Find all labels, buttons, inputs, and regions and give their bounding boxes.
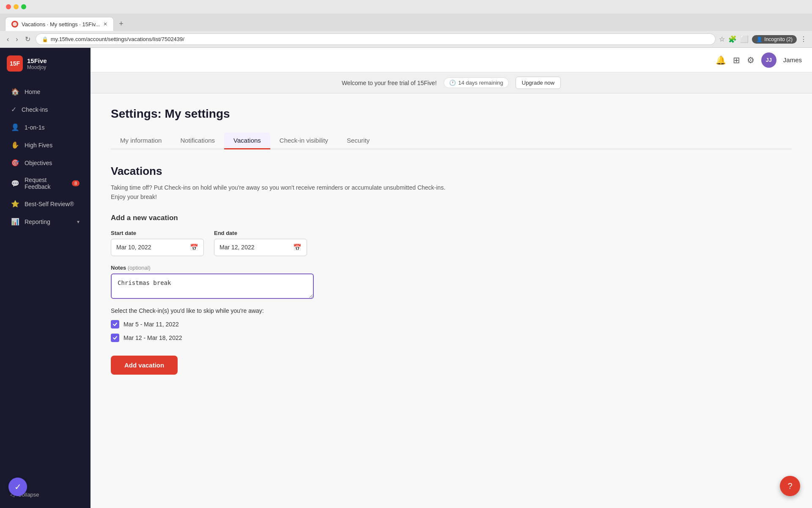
check-widget[interactable]: ✓ [8,478,27,496]
add-vacation-form-title: Add a new vacation [111,214,792,222]
sidebar-logo: 15F 15Five Moodjoy [0,48,91,79]
notification-bell-icon[interactable]: 🔔 [716,55,726,65]
trial-days-badge: 🕐 14 days remaining [444,77,509,88]
add-vacation-button[interactable]: Add vacation [111,356,178,375]
sidebar-item-home[interactable]: 🏠 Home [3,83,87,100]
checkin-item-2: Mar 12 - Mar 18, 2022 [111,334,792,342]
checkin-2-checkbox[interactable] [111,334,119,342]
tab-vacations-label: Vacations [233,137,261,144]
sidebar-item-reporting[interactable]: 📊 Reporting ▾ [3,213,87,230]
end-date-value: Mar 12, 2022 [219,244,290,251]
help-button[interactable]: ? [780,476,800,496]
incognito-label: Incognito (2) [764,36,793,42]
page-title: Settings: My settings [111,107,792,121]
start-date-calendar-icon: 📅 [190,243,198,251]
tab-vacations[interactable]: Vacations [224,133,270,149]
notes-optional: (optional) [128,265,151,271]
tab-notifications[interactable]: Notifications [171,133,224,149]
tab-security[interactable]: Security [337,133,379,149]
sidebar-item-requestfeedback[interactable]: 💬 Request Feedback 8 [3,172,87,195]
grid-icon[interactable]: ⊞ [733,55,740,65]
security-lock-icon: 🔒 [42,36,48,42]
notes-input[interactable]: Christmas break [111,273,314,299]
tab-favicon [11,21,18,28]
trial-text: Welcome to your free trial of 15Five! [342,80,437,86]
traffic-lights [0,0,812,14]
end-date-group: End date Mar 12, 2022 📅 [214,230,307,256]
sidebar-item-checkins[interactable]: ✓ Check-ins [3,101,87,118]
start-date-group: Start date Mar 10, 2022 📅 [111,230,204,256]
start-date-label: Start date [111,230,204,236]
extensions-icon[interactable]: 🧩 [728,35,737,43]
notes-label: Notes (optional) [111,265,792,271]
app: 15F 15Five Moodjoy 🏠 Home ✓ Check-ins 👤 … [0,48,812,508]
browser-chrome: Vacations · My settings · 15Fiv... ✕ + ‹… [0,0,812,48]
reload-button[interactable]: ↻ [23,33,32,45]
settings-gear-icon[interactable]: ⚙ [747,55,754,65]
checkin-1-checkbox[interactable] [111,320,119,329]
sidebar-item-objectives[interactable]: 🎯 Objectives [3,154,87,171]
new-tab-button[interactable]: + [115,18,127,30]
sidebar-item-1on1s[interactable]: 👤 1-on-1s [3,119,87,136]
tab-my-information[interactable]: My information [111,133,171,149]
end-date-input[interactable]: Mar 12, 2022 📅 [214,239,307,256]
page-content: Settings: My settings My information Not… [91,94,812,508]
sidebar-item-objectives-label: Objectives [25,160,52,166]
highfives-icon: ✋ [11,141,19,149]
tab-checkin-visibility[interactable]: Check-in visibility [270,133,337,149]
home-icon: 🏠 [11,88,19,96]
checkins-icon: ✓ [11,105,16,113]
sidebar-item-checkins-label: Check-ins [22,106,48,113]
main: 🔔 ⊞ ⚙ JJ James Welcome to your free tria… [91,48,812,508]
url-bar[interactable]: 🔒 my.15five.com/account/settings/vacatio… [36,33,716,45]
reporting-icon: 📊 [11,218,19,226]
user-avatar[interactable]: JJ [761,52,776,68]
tab-my-information-label: My information [120,137,162,144]
back-button[interactable]: ‹ [5,34,11,45]
settings-tabs: My information Notifications Vacations C… [111,133,792,149]
trial-days-label: 14 days remaining [458,80,503,86]
browser-actions: ☆ 🧩 ⬜ 👤 Incognito (2) ⋮ [719,35,807,44]
svg-point-0 [13,22,17,26]
maximize-traffic-light[interactable] [21,4,26,9]
bestself-icon: ⭐ [11,200,19,208]
minimize-traffic-light[interactable] [14,4,19,9]
reporting-chevron-icon: ▾ [77,219,80,225]
checkin-1-label: Mar 5 - Mar 11, 2022 [123,321,179,328]
checkins-selector: Select the Check-in(s) you'd like to ski… [111,307,792,342]
checkins-selector-label: Select the Check-in(s) you'd like to ski… [111,307,792,314]
end-date-label: End date [214,230,307,236]
browser-menu-icon[interactable]: ⋮ [800,35,807,43]
tab-bar: Vacations · My settings · 15Fiv... ✕ + [0,14,812,31]
sidebar-item-bestself[interactable]: ⭐ Best-Self Review® [3,195,87,213]
sidebar-nav: 🏠 Home ✓ Check-ins 👤 1-on-1s ✋ High Five… [0,79,91,481]
start-date-value: Mar 10, 2022 [116,244,187,251]
window-toggle-icon[interactable]: ⬜ [740,35,749,43]
date-row: Start date Mar 10, 2022 📅 End date Mar 1… [111,230,792,256]
close-traffic-light[interactable] [6,4,11,9]
sidebar-item-home-label: Home [25,88,40,95]
sidebar-item-bestself-label: Best-Self Review® [25,201,74,207]
incognito-badge: 👤 Incognito (2) [752,35,797,44]
bookmark-icon[interactable]: ☆ [719,35,725,43]
requestfeedback-badge: 8 [72,180,80,186]
tab-close-button[interactable]: ✕ [103,21,107,27]
tab-security-label: Security [347,137,370,144]
sidebar-item-highfives-label: High Fives [25,142,52,149]
vacations-section-title: Vacations [111,165,792,178]
vacations-description: Taking time off? Put Check-ins on hold w… [111,183,449,202]
upgrade-button[interactable]: Upgrade now [516,77,561,89]
sidebar-item-highfives[interactable]: ✋ High Fives [3,136,87,154]
top-bar: 🔔 ⊞ ⚙ JJ James [91,48,812,72]
trial-banner: Welcome to your free trial of 15Five! 🕐 … [91,72,812,94]
tab-title: Vacations · My settings · 15Fiv... [22,21,100,28]
1on1s-icon: 👤 [11,123,19,131]
objectives-icon: 🎯 [11,159,19,167]
browser-tab[interactable]: Vacations · My settings · 15Fiv... ✕ [5,17,114,31]
sidebar: 15F 15Five Moodjoy 🏠 Home ✓ Check-ins 👤 … [0,48,91,508]
requestfeedback-icon: 💬 [11,179,19,188]
forward-button[interactable]: › [14,34,19,45]
app-logo-icon: 15F [7,55,23,72]
incognito-avatar-icon: 👤 [756,36,763,42]
start-date-input[interactable]: Mar 10, 2022 📅 [111,239,204,256]
